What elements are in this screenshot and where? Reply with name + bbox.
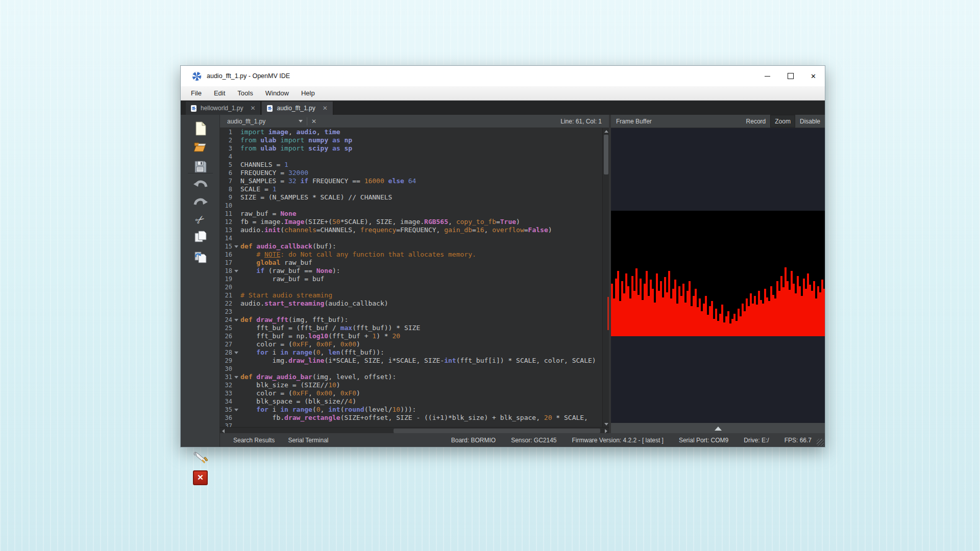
line-number: 30 — [220, 365, 232, 373]
fold-marker-icon[interactable] — [232, 316, 240, 324]
title-bar[interactable]: audio_fft_1.py - OpenMV IDE ✕ — [181, 66, 825, 86]
code-text: def draw_audio_bar(img, level, offset): — [240, 373, 396, 381]
minimize-button[interactable] — [756, 66, 779, 86]
line-number: 8 — [220, 185, 232, 193]
toolbar-disconnect-button[interactable]: ✕ — [181, 469, 220, 486]
line-number: 34 — [220, 397, 232, 406]
fold-marker-icon[interactable] — [232, 348, 240, 357]
minimize-icon — [765, 76, 770, 77]
code-text: fft_buf = np.log10(fft_buf + 1) * 20 — [240, 332, 400, 340]
code-line: 16 # NOTE: do Not call any function that… — [220, 251, 609, 259]
fold-marker-icon[interactable] — [232, 242, 240, 251]
scroll-down-arrow[interactable] — [603, 421, 609, 427]
toolbar-undo-button[interactable] — [181, 177, 220, 194]
toolbar-open-file-button[interactable] — [181, 138, 220, 156]
code-line: 21# Start audio streaming — [220, 291, 609, 299]
toolbar-save-file-button[interactable] — [181, 158, 220, 175]
fold-marker-icon[interactable] — [232, 267, 240, 275]
line-number: 26 — [220, 332, 232, 340]
maximize-button[interactable] — [779, 66, 802, 86]
code-line: 34 blk_space = (blk_size//4) — [220, 397, 609, 406]
tab-helloworld_1-py[interactable]: helloworld_1.py✕ — [186, 102, 261, 115]
document-dropdown[interactable]: audio_fft_1.py — [227, 118, 303, 125]
document-dropdown-label: audio_fft_1.py — [227, 118, 265, 125]
menu-item-window[interactable]: Window — [259, 87, 295, 99]
line-number: 24 — [220, 316, 232, 324]
horizontal-scrollbar-thumb[interactable] — [394, 429, 600, 433]
code-editor[interactable]: 1import image, audio, time2from ulab imp… — [220, 128, 609, 427]
menu-item-edit[interactable]: Edit — [208, 87, 231, 99]
code-line: 5CHANNELS = 1 — [220, 161, 609, 169]
code-line: 2from ulab import numpy as np — [220, 136, 609, 144]
fold-marker-icon[interactable] — [232, 373, 240, 381]
code-line: 24def draw_fft(img, fft_buf): — [220, 316, 609, 324]
toolbar-copy-button[interactable] — [181, 229, 220, 246]
close-document-button[interactable]: ✕ — [311, 118, 316, 125]
line-number: 11 — [220, 210, 232, 218]
statusbar-serial-terminal[interactable]: Serial Terminal — [288, 437, 328, 444]
code-text: raw_buf = buf — [240, 275, 324, 283]
code-line: 31def draw_audio_bar(img, level, offset)… — [220, 373, 609, 381]
code-line: 12fb = image.Image(SIZE+(50*SCALE), SIZE… — [220, 218, 609, 226]
code-text: import image, audio, time — [240, 128, 340, 136]
tab-bar: helloworld_1.py✕audio_fft_1.py✕ — [181, 101, 825, 115]
menu-item-tools[interactable]: Tools — [231, 87, 259, 99]
code-line: 36 fb.draw_rectangle(SIZE+offset, SIZE -… — [220, 414, 609, 422]
vertical-scrollbar[interactable] — [602, 128, 609, 427]
toolbar-connect-button[interactable] — [181, 449, 220, 466]
line-number: 6 — [220, 169, 232, 177]
window-title: audio_fft_1.py - OpenMV IDE — [207, 72, 290, 80]
line-number: 22 — [220, 299, 232, 308]
frame-buffer-title: Frame Buffer — [616, 118, 652, 125]
line-number: 19 — [220, 275, 232, 283]
chevron-down-icon — [299, 120, 303, 122]
toolbar-redo-button[interactable] — [181, 194, 220, 212]
frame-buffer-record-button[interactable]: Record — [742, 115, 771, 128]
line-number: 10 — [220, 202, 232, 210]
tab-close-icon[interactable]: ✕ — [323, 105, 328, 112]
chevron-up-icon — [715, 427, 722, 431]
code-text: for i in range(0, int(round(level/10))): — [240, 406, 416, 414]
toolbar-new-file-button[interactable] — [181, 120, 220, 137]
tab-audio_fft_1-py[interactable]: audio_fft_1.py✕ — [262, 102, 333, 115]
line-number: 9 — [220, 193, 232, 202]
frame-buffer-disable-button[interactable]: Disable — [795, 115, 825, 128]
code-text: # Start audio streaming — [240, 291, 332, 299]
scroll-up-arrow[interactable] — [603, 128, 609, 134]
code-line: 26 fft_buf = np.log10(fft_buf + 1) * 20 — [220, 332, 609, 340]
toolbar-cut-button[interactable]: ✂ — [181, 211, 220, 229]
frame-buffer-image — [611, 211, 825, 336]
line-number: 3 — [220, 144, 232, 153]
desktop: audio_fft_1.py - OpenMV IDE ✕ FileEditTo… — [0, 0, 980, 551]
line-number: 27 — [220, 340, 232, 348]
tab-close-icon[interactable]: ✕ — [250, 105, 255, 112]
line-number: 12 — [220, 218, 232, 226]
vertical-scrollbar-thumb[interactable] — [604, 135, 608, 174]
toolbar-paste-button[interactable] — [181, 248, 220, 266]
line-number: 15 — [220, 242, 232, 251]
divider — [307, 117, 307, 126]
openmv-logo-icon — [192, 71, 202, 81]
statusbar-fps: FPS: 66.7 — [785, 437, 812, 444]
code-text: color = (0xFF, 0x0F, 0x00) — [240, 340, 360, 348]
fold-marker-icon[interactable] — [232, 406, 240, 414]
panel-collapse-handle[interactable] — [611, 423, 825, 434]
line-number: 21 — [220, 291, 232, 299]
tab-label: audio_fft_1.py — [277, 105, 315, 112]
cut-icon: ✂ — [192, 212, 208, 228]
disconnect-icon: ✕ — [193, 470, 208, 485]
menu-item-help[interactable]: Help — [295, 87, 321, 99]
close-button[interactable]: ✕ — [802, 66, 825, 86]
code-line: 29 img.draw_line(i*SCALE, SIZE, i*SCALE,… — [220, 357, 609, 365]
frame-buffer-zoom-button[interactable]: Zoom — [770, 115, 795, 128]
code-text: global raw_buf — [240, 259, 312, 267]
code-line: 35 for i in range(0, int(round(level/10)… — [220, 406, 609, 414]
resize-grip[interactable] — [817, 439, 824, 446]
python-file-icon — [191, 105, 197, 112]
code-line: 22audio.start_streaming(audio_callback) — [220, 299, 609, 308]
line-number: 14 — [220, 234, 232, 242]
code-line: 17 global raw_buf — [220, 259, 609, 267]
statusbar-search-results[interactable]: Search Results — [233, 437, 275, 444]
line-number: 33 — [220, 389, 232, 397]
menu-item-file[interactable]: File — [185, 87, 208, 99]
